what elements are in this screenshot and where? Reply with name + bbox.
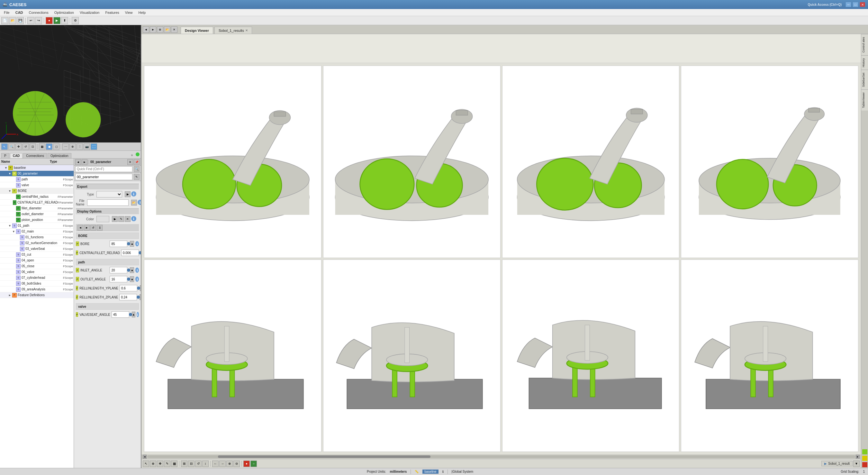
tree-item-filldia[interactable]: P fillet_diameter FParameter: [0, 206, 73, 211]
vp-fullscreen-btn[interactable]: ⛶: [91, 143, 97, 150]
tree-item-09area[interactable]: S 09_areaAnalysis FScope: [0, 287, 73, 292]
vp-shade-btn[interactable]: ◼: [46, 143, 53, 150]
menu-cad[interactable]: CAD: [13, 10, 26, 15]
redo-btn[interactable]: ↪: [35, 17, 42, 24]
tree-item-01path[interactable]: ▼ S 01_path FScope: [0, 223, 73, 229]
tree-item-06valve[interactable]: S 06_valve FScope: [0, 269, 73, 275]
tree-item-07cylhead[interactable]: S 07_cylinderhead FScope: [0, 275, 73, 281]
rs-tab-sidebarset[interactable]: SidebarSet: [861, 70, 868, 90]
tree-item-outdia[interactable]: P outlet_diameter FParameter: [0, 211, 73, 217]
tree-item-04open[interactable]: S 04_open FScope: [0, 258, 73, 263]
param-pin-btn[interactable]: 📌: [134, 159, 140, 165]
vbt-pan-btn[interactable]: ✥: [157, 461, 163, 467]
vp-camera-btn[interactable]: 📷: [84, 143, 90, 150]
param-fwd-btn[interactable]: ►: [82, 159, 88, 165]
new-btn[interactable]: 📄: [1, 17, 8, 24]
vp-more-btn[interactable]: ⋮: [76, 143, 83, 150]
expand-bore[interactable]: ▼: [8, 189, 12, 192]
tree-item-03valvseat[interactable]: S 03_valveSeat FScope: [0, 246, 73, 252]
bore-up-btn[interactable]: ▲: [130, 241, 134, 247]
vbt-dist-btn[interactable]: ⊟: [188, 461, 194, 467]
param-content[interactable]: Export Type ▶ ℹ File Name: [74, 181, 141, 468]
tab-optimization[interactable]: Optimization: [48, 153, 71, 158]
tree-item-02main[interactable]: ▼ S 02_main FScope: [0, 229, 73, 234]
inlet-up-btn[interactable]: ▲: [130, 267, 134, 273]
design-cell-2[interactable]: [323, 66, 500, 258]
settings-btn[interactable]: ⚙: [72, 17, 79, 24]
tree-item-02surfgen[interactable]: S 02_surfaceGeneration FScope: [0, 240, 73, 246]
design-cell-7[interactable]: [502, 260, 680, 452]
vp-fit-btn[interactable]: ⊡: [30, 143, 36, 150]
vbt-flip-btn[interactable]: ↕: [202, 461, 209, 467]
tree-item-pispos[interactable]: P piston_position FParameter: [0, 217, 73, 223]
vp-rotate-btn[interactable]: ↺: [23, 143, 29, 150]
minimize-btn[interactable]: ─: [845, 2, 851, 7]
tab-sobol-close[interactable]: ✕: [245, 29, 248, 32]
run-btn[interactable]: ●: [45, 17, 53, 24]
export-type-info-btn[interactable]: ℹ: [131, 191, 136, 197]
menu-features[interactable]: Features: [102, 10, 122, 15]
scroll-right-btn[interactable]: ►: [856, 455, 860, 458]
menu-view[interactable]: View: [123, 10, 135, 15]
close-btn[interactable]: ✕: [860, 2, 865, 7]
outlet-info-btn[interactable]: ℹ: [135, 276, 139, 282]
vbt-zoomin-btn[interactable]: ⊕: [226, 461, 233, 467]
tree-item-baseline[interactable]: ▼ F baseline: [0, 165, 73, 171]
valvseat-info-btn[interactable]: ℹ: [136, 312, 139, 317]
valvseat-value-input[interactable]: [112, 311, 129, 318]
menu-connections[interactable]: Connections: [26, 10, 51, 15]
design-cell-5[interactable]: [144, 260, 321, 452]
undo-btn[interactable]: ↩: [27, 17, 34, 24]
outlet-value-input[interactable]: [110, 276, 127, 283]
vbt-zoomout-btn[interactable]: ⊖: [234, 461, 240, 467]
param-name-input[interactable]: [75, 174, 132, 180]
expand-featdefs[interactable]: ►: [8, 294, 12, 297]
open-btn[interactable]: 📂: [9, 17, 16, 24]
vbt-right-btn[interactable]: →: [219, 461, 226, 467]
save-btn[interactable]: 💾: [17, 17, 24, 24]
inlet-info-btn[interactable]: ℹ: [135, 268, 139, 273]
scroll-track[interactable]: [147, 455, 855, 458]
quick-find-btn[interactable]: 🔍: [134, 166, 140, 172]
menu-optimization[interactable]: Optimization: [52, 10, 76, 15]
menu-help[interactable]: Help: [136, 10, 149, 15]
design-cell-6[interactable]: [323, 260, 500, 452]
rs-tab-history[interactable]: History: [861, 55, 868, 70]
color-info-btn[interactable]: ℹ: [131, 216, 136, 221]
outlet-up-btn[interactable]: ▲: [130, 276, 134, 282]
design-cell-8[interactable]: [681, 260, 858, 452]
export-type-select[interactable]: [96, 191, 122, 198]
expand-baseline[interactable]: ▼: [4, 166, 8, 170]
export-type-btn1[interactable]: ▶: [125, 191, 130, 197]
design-cell-4[interactable]: [681, 66, 858, 258]
valvseat-up-btn[interactable]: ▲: [132, 311, 135, 318]
vbt-play-btn[interactable]: ●: [243, 461, 250, 467]
vp-wire-btn[interactable]: ▦: [39, 143, 45, 150]
quick-find-input[interactable]: [75, 166, 132, 172]
tab-p[interactable]: P: [1, 153, 9, 158]
tab-sobol-results[interactable]: Sobol_1_results ✕: [214, 27, 252, 34]
tree-item-00parameter[interactable]: ▼ F 00_parameter: [0, 171, 73, 177]
vp-pan-btn[interactable]: ✥: [16, 143, 22, 150]
color-edit-btn[interactable]: ✎: [118, 216, 124, 222]
param-name-edit-btn[interactable]: ✎: [134, 174, 140, 180]
vp-shade2-btn[interactable]: ◻: [53, 143, 60, 150]
tree-item-valve[interactable]: S valve FScope: [0, 182, 73, 188]
stop-btn[interactable]: ⬆: [61, 17, 68, 24]
pt-refresh-btn[interactable]: ↺: [90, 225, 96, 231]
vbt-stop-btn[interactable]: ○: [250, 461, 257, 467]
menu-visualization[interactable]: Visualization: [77, 10, 102, 15]
menu-file[interactable]: File: [1, 10, 12, 15]
tree-item-cfrelrad[interactable]: P CENTRALFILLET_RELRAD FParameter: [0, 200, 73, 206]
scroll-left-btn[interactable]: ◄: [143, 455, 147, 458]
tree-content[interactable]: ▼ F baseline ▼ F 00_parameter: [0, 165, 73, 468]
bore-info-btn[interactable]: ℹ: [135, 241, 139, 246]
expand-02main[interactable]: ▼: [12, 230, 16, 233]
tab-connections[interactable]: Connections: [23, 153, 47, 158]
rellz-value-input[interactable]: [119, 294, 137, 300]
play-btn[interactable]: ▶: [53, 17, 60, 24]
viewer-fwd-btn[interactable]: ►: [150, 26, 156, 33]
viewer-folder-btn[interactable]: 📂: [164, 26, 170, 33]
tab-cad[interactable]: CAD: [10, 153, 23, 158]
vbt-pen-btn[interactable]: ✎: [164, 461, 170, 467]
